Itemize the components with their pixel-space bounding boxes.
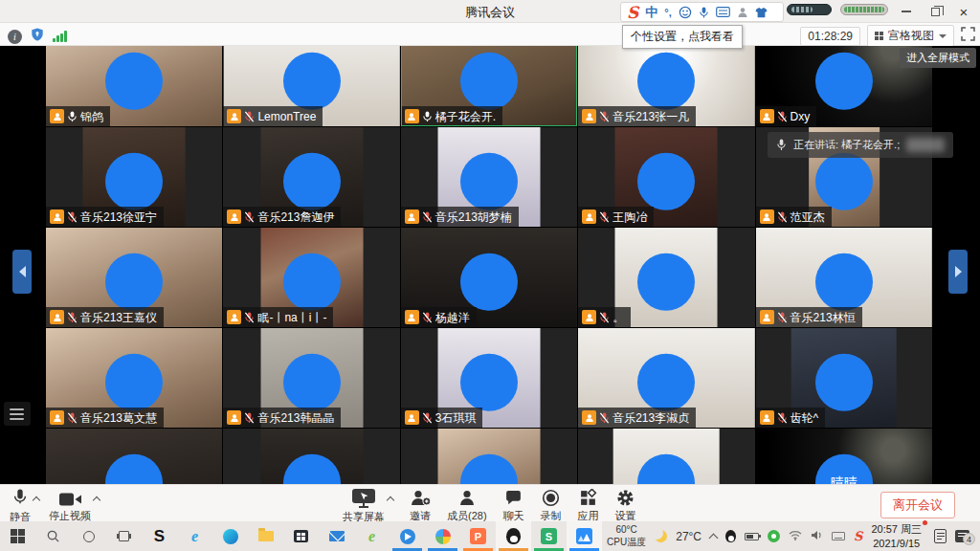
ime-voice-icon[interactable]	[699, 5, 709, 20]
touch-keyboard-icon[interactable]	[832, 532, 845, 540]
notification-dot	[923, 520, 927, 525]
participant-tile[interactable]: 眠-丨na丨i丨-	[223, 228, 399, 327]
taskbar-app-blue-rocket-app[interactable]	[390, 521, 425, 551]
invite-button[interactable]: 邀请	[410, 488, 431, 524]
member-badge-icon	[227, 310, 241, 324]
participant-tile[interactable]: 锦鸽	[46, 46, 222, 126]
taskbar-app-edge[interactable]	[212, 521, 248, 551]
next-page-arrow[interactable]	[948, 250, 968, 294]
participant-tile[interactable]: 音乐213李淑贞	[578, 328, 754, 428]
taskbar-app-microsoft-store[interactable]	[283, 521, 319, 551]
tray-overflow-chevron[interactable]	[709, 533, 719, 542]
participant-tile[interactable]: 音乐213詹迦伊	[223, 127, 399, 227]
ime-skin-icon[interactable]	[755, 5, 768, 20]
participant-tile[interactable]: 音乐213韩晶晶	[223, 328, 399, 428]
taskbar-app-mail[interactable]	[319, 521, 354, 551]
video-options-chevron[interactable]	[93, 496, 100, 504]
taskbar-app-search[interactable]	[35, 521, 71, 551]
member-badge-icon	[50, 109, 64, 123]
agenda-list-button[interactable]	[4, 402, 31, 426]
participant-tile[interactable]: 齿轮^	[756, 328, 932, 428]
leave-meeting-button[interactable]: 离开会议	[880, 492, 955, 518]
taskbar-app-internet-explorer[interactable]: e	[177, 521, 212, 551]
battery-icon[interactable]	[745, 533, 759, 540]
participant-tile[interactable]: 音乐213张一凡	[578, 46, 754, 126]
sogou-logo-icon[interactable]: S	[627, 5, 638, 20]
taskbar-app-file-explorer[interactable]	[248, 521, 283, 551]
stop-video-button[interactable]: 停止视频	[49, 488, 91, 523]
antivirus-tray-icon[interactable]	[768, 530, 780, 542]
mic-status-icon	[244, 211, 255, 223]
settings-button[interactable]: 设置	[615, 488, 636, 524]
participant-tile[interactable]: 橘子花会开.	[401, 46, 577, 126]
close-button[interactable]: ×	[949, 0, 978, 23]
participant-tile[interactable]: 音乐213林恒	[756, 228, 932, 327]
members-button[interactable]: 成员(28)	[447, 488, 487, 524]
taskbar-app-tencent-meeting[interactable]	[567, 521, 602, 551]
ime-punctuation-icon[interactable]: °,	[664, 5, 671, 20]
taskbar-app-start[interactable]	[0, 521, 35, 551]
fullscreen-button[interactable]	[961, 27, 975, 45]
taskbar-app-sogou-input[interactable]: S	[142, 521, 177, 551]
ime-emoji-icon[interactable]	[679, 5, 692, 20]
participant-tile[interactable]	[578, 429, 754, 484]
participant-label: LemonTree	[223, 106, 323, 126]
participant-tile[interactable]: LemonTree	[223, 46, 399, 126]
participant-name: 音乐213胡梦楠	[435, 211, 512, 223]
volume-icon[interactable]	[811, 530, 823, 542]
member-badge-icon	[582, 209, 596, 224]
taskbar-app-wps-office[interactable]: S	[531, 521, 567, 551]
taskbar-app-wps-presentation[interactable]: P	[460, 521, 496, 551]
participant-tile[interactable]: 音乐213胡梦楠	[401, 127, 577, 227]
taskbar-app-task-view[interactable]	[106, 521, 142, 551]
taskbar-app-browser-green-e[interactable]: e	[354, 521, 390, 551]
gear-icon	[616, 489, 635, 507]
mic-status-icon	[67, 412, 78, 424]
view-mode-dropdown[interactable]: 宫格视图	[867, 25, 954, 47]
taskbar-app-pinwheel-app[interactable]	[425, 521, 460, 551]
security-shield-icon[interactable]	[31, 27, 44, 46]
active-speaker-toast: 正在讲话: 橘子花会开.;	[768, 132, 953, 158]
participant-tile[interactable]	[223, 429, 399, 484]
ime-keyboard-icon[interactable]	[716, 5, 730, 20]
participant-tile[interactable]	[401, 429, 577, 484]
participant-tile[interactable]: 音乐213王嘉仪	[46, 228, 222, 327]
minimize-button[interactable]	[892, 0, 921, 23]
sogou-tray-icon[interactable]: S	[854, 529, 862, 543]
previous-page-arrow[interactable]	[12, 250, 32, 294]
qq-tray-icon[interactable]	[725, 530, 736, 542]
participant-tile[interactable]: 音乐213葛文慧	[46, 328, 222, 428]
sticky-notes-icon[interactable]	[934, 529, 947, 543]
participant-tile[interactable]: 晴晴	[756, 429, 932, 484]
mic-status-icon	[599, 211, 610, 223]
mute-options-chevron[interactable]	[33, 496, 40, 504]
participant-tile[interactable]: 杨越洋	[401, 228, 577, 327]
participant-tile[interactable]: 王陶冶	[578, 127, 754, 227]
share-options-chevron[interactable]	[387, 496, 394, 504]
taskbar-clock[interactable]: 20:57 周三 2021/9/15	[871, 522, 925, 550]
apps-button[interactable]: 应用	[578, 488, 599, 524]
participant-name: 杨越洋	[435, 312, 470, 323]
share-screen-button[interactable]: 共享屏幕	[343, 488, 385, 524]
clock-date: 2021/9/15	[871, 537, 922, 550]
participant-tile[interactable]	[46, 429, 222, 484]
participant-tile[interactable]: 。	[578, 228, 754, 327]
participant-name: 范亚杰	[791, 211, 825, 223]
action-center-icon[interactable]: 4	[955, 530, 969, 542]
ime-language-icon[interactable]: 中	[645, 5, 657, 20]
ime-toolbar[interactable]: S 中 °,	[620, 2, 784, 22]
ime-toolbox-icon[interactable]	[774, 5, 777, 20]
participant-tile[interactable]: 3石琪琪	[401, 328, 577, 428]
record-button[interactable]: 录制	[541, 488, 562, 524]
restore-button[interactable]	[921, 0, 949, 23]
participant-name: 王陶冶	[612, 211, 647, 223]
chat-button[interactable]: 聊天	[503, 488, 524, 524]
taskbar-app-cortana[interactable]	[71, 521, 106, 551]
wifi-icon[interactable]	[789, 530, 802, 542]
mute-button[interactable]: 静音	[10, 488, 31, 524]
meeting-info-icon[interactable]: i	[8, 30, 22, 44]
ime-account-icon[interactable]	[737, 5, 748, 20]
taskbar-app-qq[interactable]	[496, 521, 531, 551]
participant-tile[interactable]: 音乐213徐亚宁	[46, 127, 222, 227]
weather-temp[interactable]: 27°C	[676, 530, 702, 543]
